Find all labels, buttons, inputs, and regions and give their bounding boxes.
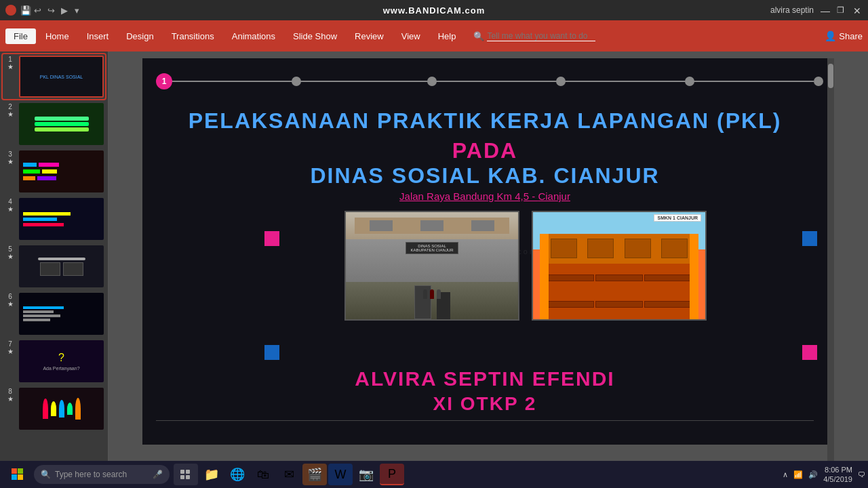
slide-preview-6	[19, 293, 104, 335]
file-explorer-button[interactable]: 📁	[199, 464, 224, 485]
task-view-icon	[180, 470, 191, 479]
slide-thumb-7[interactable]: 7 ★ ? Ada Pertanyaan?	[3, 339, 105, 384]
slide-class: XI OTKP 2	[142, 393, 827, 415]
lightroom-button[interactable]: 📷	[354, 464, 378, 485]
slide-preview-2	[19, 103, 104, 145]
search-icon: 🔍	[41, 470, 51, 479]
title-bar: 💾 ↩ ↪ ▶ ▾ www.BANDICAM.com alvira septin…	[0, 0, 868, 20]
main-area: 1 ★ PKL DINAS SOSIAL 2 ★ 3 ★	[0, 52, 868, 469]
search-placeholder-text: Type here to search	[55, 470, 127, 479]
timeline-dot-3	[427, 77, 437, 86]
network-icon: 📶	[793, 470, 803, 479]
notification-icon[interactable]: 🗨	[858, 470, 865, 479]
subtitle-text: Jalan Raya Bandung Km 4,5 - Cianjur	[399, 190, 570, 202]
task-view-button[interactable]	[174, 464, 198, 485]
search-icon: 🔍	[473, 31, 484, 41]
word-button[interactable]: W	[328, 464, 353, 485]
time-display: 8:06 PM	[823, 465, 852, 474]
canvas-area: www.BANDICAM.com 1 PELAKSANAAN PRAKTIK K…	[108, 52, 868, 469]
slide-thumb-2[interactable]: 2 ★	[3, 102, 105, 146]
clock: 8:06 PM 4/5/2019	[823, 465, 852, 485]
task-tray: ∧ 📶 🔊 8:06 PM 4/5/2019 🗨	[783, 465, 865, 485]
ribbon: File Home Insert Design Transitions Anim…	[0, 20, 868, 52]
slide-star-8: ★	[7, 395, 14, 403]
edge-browser-button[interactable]: 🌐	[225, 464, 250, 485]
tab-view[interactable]: View	[393, 28, 429, 44]
slide-star-2: ★	[7, 110, 14, 118]
taskbar-apps: 📁 🌐 🛍 ✉ 🎬 W 📷 P	[174, 464, 404, 485]
svg-rect-4	[180, 470, 184, 474]
app-icon	[5, 5, 16, 16]
slide-thumb-5[interactable]: 5 ★	[3, 244, 105, 289]
tab-insert[interactable]: Insert	[79, 28, 117, 44]
timeline-dot-6	[814, 77, 823, 86]
corner-sq-bottom-left	[264, 345, 279, 360]
taskbar-search[interactable]: 🔍 Type here to search 🎤	[34, 465, 170, 484]
quick-access-more[interactable]: ▾	[75, 5, 84, 15]
slide-num-col-3: 3 ★	[4, 150, 16, 165]
slide-thumb-1[interactable]: 1 ★ PKL DINAS SOSIAL	[3, 54, 105, 99]
slide-preview-7: ? Ada Pertanyaan?	[19, 340, 104, 382]
volume-icon: 🔊	[808, 470, 818, 479]
share-button[interactable]: 👤 Share	[825, 30, 863, 41]
slide-canvas: www.BANDICAM.com 1 PELAKSANAAN PRAKTIK K…	[142, 58, 827, 445]
share-icon: 👤	[825, 30, 836, 41]
quick-access-start[interactable]: ▶	[61, 5, 71, 15]
photo-container: DINAS SOSIALKABUPATEN CIANJUR	[278, 211, 773, 321]
svg-rect-0	[12, 468, 17, 474]
powerpoint-button[interactable]: P	[380, 464, 404, 485]
store-button[interactable]: 🛍	[251, 464, 275, 485]
slide-thumb-3[interactable]: 3 ★	[3, 149, 105, 194]
windows-logo-icon	[12, 468, 24, 481]
tab-transitions[interactable]: Transitions	[163, 28, 222, 44]
up-arrow-icon[interactable]: ∧	[783, 470, 788, 479]
slide-number-6: 6	[8, 293, 12, 300]
restore-button[interactable]: ❐	[837, 5, 846, 15]
tab-home[interactable]: Home	[37, 28, 77, 44]
minimize-button[interactable]: —	[821, 5, 830, 15]
start-button[interactable]	[3, 464, 33, 485]
photo-smkn: SMKN 1 CIANJUR	[532, 211, 707, 321]
slide-thumb-4[interactable]: 4 ★	[3, 197, 105, 241]
svg-rect-7	[186, 475, 190, 479]
tab-slideshow[interactable]: Slide Show	[285, 28, 345, 44]
vertical-scrollbar[interactable]	[827, 58, 834, 462]
slide-preview-4	[19, 198, 104, 240]
svg-rect-6	[180, 475, 184, 479]
scroll-thumb[interactable]	[828, 64, 833, 88]
close-button[interactable]: ✕	[853, 5, 863, 15]
date-display: 4/5/2019	[823, 474, 852, 484]
corner-sq-bottom-right	[802, 345, 817, 360]
slide-title-line2: PADA	[142, 138, 827, 163]
slide-panel: 1 ★ PKL DINAS SOSIAL 2 ★ 3 ★	[0, 52, 108, 469]
slide-thumb-8[interactable]: 8 ★	[3, 386, 105, 431]
slide-name: ALVIRA SEPTIN EFENDI	[142, 367, 827, 390]
svg-rect-5	[186, 470, 190, 474]
title-bar-left: 💾 ↩ ↪ ▶ ▾	[5, 5, 84, 16]
svg-rect-2	[12, 474, 17, 480]
slide-number-1: 1	[8, 56, 12, 63]
quick-access-save[interactable]: 💾	[20, 5, 30, 15]
app-title: www.BANDICAM.com	[383, 5, 486, 16]
timeline-dot-4	[556, 77, 566, 86]
slide-title-line1: PELAKSANAAN PRAKTIK KERJA LAPANGAN (PKL)	[142, 107, 827, 136]
ribbon-search-input[interactable]	[487, 31, 595, 41]
slide-thumb-6[interactable]: 6 ★	[3, 291, 105, 336]
video-button[interactable]: 🎬	[302, 464, 327, 485]
tab-file[interactable]: File	[5, 28, 36, 44]
slide-preview-3	[19, 150, 104, 192]
tab-review[interactable]: Review	[347, 28, 392, 44]
tab-help[interactable]: Help	[430, 28, 465, 44]
slide-num-col-4: 4 ★	[4, 198, 16, 213]
svg-rect-1	[18, 468, 23, 474]
tab-animations[interactable]: Animations	[224, 28, 283, 44]
slide-number-5: 5	[8, 245, 12, 253]
quick-access-redo[interactable]: ↪	[47, 5, 57, 15]
tab-design[interactable]: Design	[118, 28, 161, 44]
slide-preview-8	[19, 388, 104, 430]
mail-button[interactable]: ✉	[277, 464, 301, 485]
svg-rect-3	[18, 474, 23, 480]
slide-num-col-2: 2 ★	[4, 103, 16, 118]
quick-access-undo[interactable]: ↩	[34, 5, 43, 15]
slide-num-col-8: 8 ★	[4, 388, 16, 403]
